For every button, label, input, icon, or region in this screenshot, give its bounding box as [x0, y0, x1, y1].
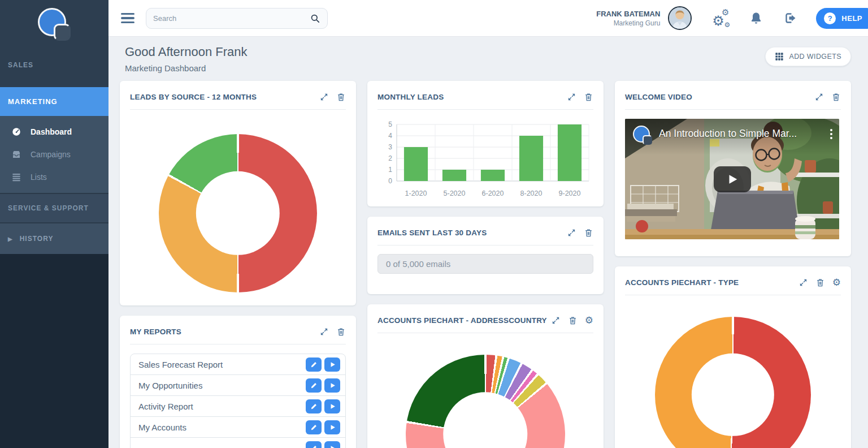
avatar[interactable]: [668, 6, 692, 30]
widget-title: LEADS BY SOURCE - 12 MONTHS: [130, 93, 257, 101]
page-title: Good Afternoon Frank: [125, 45, 247, 59]
report-name[interactable]: My Opportunities: [138, 381, 202, 390]
edit-report-button[interactable]: [306, 399, 322, 413]
sidebar-filler: [0, 254, 108, 448]
topbar-right: FRANK BATEMAN Marketing Guru ⚙ ⚙ ⚙: [596, 6, 868, 30]
run-report-button[interactable]: [324, 441, 340, 448]
svg-text:5-2020: 5-2020: [444, 189, 466, 197]
search-icon[interactable]: [310, 13, 320, 24]
report-row: Activity Report: [131, 396, 345, 417]
search-input[interactable]: [153, 14, 305, 23]
widget-leads-by-source: LEADS BY SOURCE - 12 MONTHS: [120, 81, 356, 305]
video-title[interactable]: An Introduction to Simple Mar...: [659, 128, 823, 140]
play-icon: [329, 361, 336, 368]
svg-text:2: 2: [388, 154, 392, 162]
expand-icon[interactable]: [319, 92, 329, 102]
video-channel-logo[interactable]: [633, 126, 652, 145]
sidebar-item-lists[interactable]: Lists: [0, 166, 108, 188]
svg-text:0: 0: [388, 177, 392, 185]
expand-icon[interactable]: [814, 92, 824, 102]
add-widgets-button[interactable]: ADD WIDGETS: [765, 47, 851, 66]
svg-text:6-2020: 6-2020: [482, 189, 504, 197]
pencil-icon: [310, 361, 318, 368]
sidebar-item-dashboard[interactable]: Dashboard: [0, 120, 108, 143]
sidebar-section-service-support[interactable]: SERVICE & SUPPORT: [0, 194, 108, 223]
trash-icon[interactable]: [831, 92, 841, 102]
hamburger-menu-icon[interactable]: [121, 13, 134, 24]
accounts-type-donut-chart[interactable]: [655, 317, 811, 448]
user-info[interactable]: FRANK BATEMAN Marketing Guru: [596, 10, 660, 27]
trash-icon[interactable]: [336, 92, 346, 102]
report-name[interactable]: Activity Report: [138, 402, 193, 411]
sidebar-item-label: Campaigns: [31, 150, 71, 159]
trash-icon[interactable]: [568, 316, 578, 325]
sidebar-section-marketing[interactable]: MARKETING: [0, 87, 108, 116]
monthly-leads-bar-chart[interactable]: 0123451-20205-20206-20208-20209-2020: [377, 118, 593, 206]
accounts-country-donut-chart[interactable]: [406, 355, 565, 448]
play-icon: [329, 424, 336, 431]
run-report-button[interactable]: [324, 357, 340, 372]
user-name: FRANK BATEMAN: [596, 10, 660, 18]
column-3: WELCOME VIDEO: [615, 81, 851, 448]
run-report-button[interactable]: [324, 378, 340, 393]
expand-icon[interactable]: [798, 278, 808, 287]
leads-by-source-donut-chart[interactable]: [159, 134, 317, 292]
trash-icon[interactable]: [815, 278, 825, 287]
video-more-options-icon[interactable]: [830, 129, 832, 139]
settings-gears-icon[interactable]: ⚙ ⚙ ⚙: [712, 10, 729, 26]
trash-icon[interactable]: [584, 228, 593, 238]
edit-report-button[interactable]: [306, 420, 322, 434]
column-1: LEADS BY SOURCE - 12 MONTHS: [120, 81, 356, 448]
edit-report-button[interactable]: [306, 357, 322, 372]
sidebar-section-sales[interactable]: SALES: [0, 55, 108, 75]
edit-report-button[interactable]: [306, 378, 322, 393]
reports-list: Sales Forecast Report My Opportunities: [130, 354, 346, 448]
page-subtitle: Marketing Dashboard: [125, 63, 247, 73]
grid-icon: [775, 52, 784, 61]
logout-icon[interactable]: [783, 11, 797, 25]
run-report-button[interactable]: [324, 420, 340, 434]
email-quota-progress-bar: 0 of 5,000 emails: [377, 254, 593, 274]
report-name[interactable]: My Accounts: [138, 423, 186, 432]
report-row: Sales Forecast Report: [131, 354, 345, 375]
expand-icon[interactable]: [567, 92, 576, 102]
trash-icon[interactable]: [336, 327, 346, 337]
video-play-button[interactable]: [714, 166, 751, 192]
report-name[interactable]: Sales Forecast Report: [138, 360, 223, 369]
play-icon: [329, 403, 336, 410]
trash-icon[interactable]: [584, 92, 593, 102]
run-report-button[interactable]: [324, 399, 340, 413]
gear-icon[interactable]: ⚙: [832, 278, 841, 287]
dashboard-content: Good Afternoon Frank Marketing Dashboard…: [108, 37, 868, 448]
pencil-icon: [310, 382, 318, 389]
edit-report-button[interactable]: [306, 441, 322, 448]
sidebar: SALES MARKETING Dashboard Campaigns: [0, 0, 108, 448]
sidebar-section-history[interactable]: ▶ HISTORY: [0, 223, 108, 254]
video-player[interactable]: An Introduction to Simple Mar...: [625, 119, 839, 239]
sidebar-item-campaigns[interactable]: Campaigns: [0, 143, 108, 166]
expand-icon[interactable]: [319, 327, 329, 337]
dashboard-gauge-icon: [11, 127, 21, 137]
svg-text:8-2020: 8-2020: [520, 189, 542, 197]
report-row: My Opportunities: [131, 375, 345, 396]
widget-title: ACCOUNTS PIECHART - ADDRESSCOUNTRY: [377, 316, 547, 325]
avatar-photo: [669, 7, 691, 29]
expand-icon[interactable]: [551, 316, 561, 325]
brand-logo[interactable]: [0, 5, 108, 55]
topbar: FRANK BATEMAN Marketing Guru ⚙ ⚙ ⚙: [108, 0, 868, 37]
notifications-bell-icon[interactable]: [749, 11, 763, 25]
report-row: [131, 438, 345, 448]
svg-text:3: 3: [388, 143, 392, 151]
widget-title: ACCOUNTS PIECHART - TYPE: [625, 278, 739, 287]
pencil-icon: [310, 445, 318, 448]
widget-my-reports: MY REPORTS: [120, 316, 356, 448]
greeting-row: Good Afternoon Frank Marketing Dashboard…: [125, 45, 851, 73]
campaigns-inbox-icon: [11, 149, 21, 160]
email-quota-text: 0 of 5,000 emails: [386, 259, 450, 269]
add-widgets-label: ADD WIDGETS: [789, 53, 841, 61]
widget-columns: LEADS BY SOURCE - 12 MONTHS: [120, 81, 851, 448]
gear-icon[interactable]: ⚙: [585, 316, 593, 325]
expand-icon[interactable]: [567, 228, 576, 238]
svg-text:4: 4: [388, 132, 392, 140]
help-button[interactable]: ? HELP: [816, 8, 868, 29]
